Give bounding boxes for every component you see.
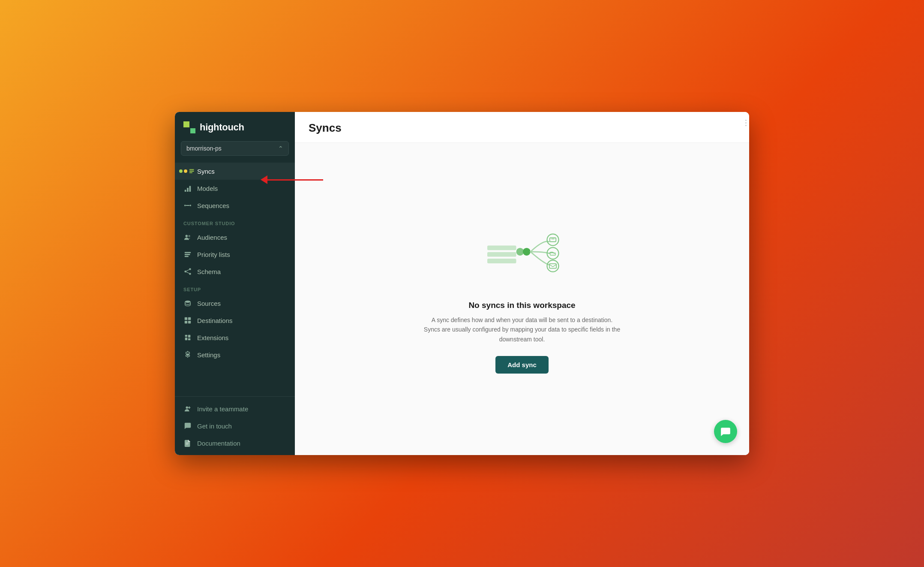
workspace-selector[interactable]: bmorrison-ps ⌃ bbox=[181, 141, 289, 156]
svg-point-8 bbox=[190, 205, 192, 206]
get-in-touch-icon bbox=[183, 422, 192, 430]
setup-section-label: SETUP bbox=[175, 280, 295, 295]
svg-point-43 bbox=[547, 260, 559, 272]
page-title: Syncs bbox=[309, 121, 735, 135]
svg-rect-0 bbox=[189, 169, 194, 170]
sidebar-item-extensions[interactable]: Extensions bbox=[175, 329, 295, 346]
sidebar-item-get-in-touch[interactable]: Get in touch bbox=[175, 417, 295, 434]
sidebar-item-schema[interactable]: Schema bbox=[175, 263, 295, 280]
workspace-chevron-icon: ⌃ bbox=[278, 145, 283, 152]
svg-rect-35 bbox=[487, 259, 516, 263]
svg-point-38 bbox=[547, 234, 559, 245]
svg-rect-3 bbox=[185, 190, 186, 192]
models-icon bbox=[183, 184, 192, 193]
svg-point-16 bbox=[189, 273, 191, 275]
destinations-label: Destinations bbox=[197, 317, 233, 324]
audiences-icon bbox=[183, 233, 192, 241]
svg-rect-23 bbox=[188, 321, 191, 323]
chat-button-icon bbox=[720, 426, 731, 437]
svg-rect-33 bbox=[487, 245, 516, 250]
get-in-touch-label: Get in touch bbox=[197, 422, 232, 430]
destinations-icon bbox=[183, 316, 192, 325]
arrow-line bbox=[267, 179, 323, 181]
arrow-annotation bbox=[261, 175, 323, 184]
main-content-area: Syncs bbox=[295, 112, 749, 455]
svg-rect-13 bbox=[185, 256, 189, 257]
svg-line-18 bbox=[186, 272, 189, 274]
svg-rect-24 bbox=[185, 335, 187, 337]
extensions-icon bbox=[183, 333, 192, 342]
add-sync-button[interactable]: Add sync bbox=[495, 356, 549, 374]
sequences-label: Sequences bbox=[197, 202, 229, 209]
sidebar-item-sources[interactable]: Sources bbox=[175, 295, 295, 312]
audiences-label: Audiences bbox=[197, 234, 227, 241]
svg-rect-25 bbox=[185, 338, 187, 340]
sidebar-item-destinations[interactable]: Destinations bbox=[175, 312, 295, 329]
logo: hightouch bbox=[175, 112, 295, 141]
sidebar-item-invite-teammate[interactable]: Invite a teammate bbox=[175, 400, 295, 417]
invite-icon bbox=[183, 404, 192, 413]
svg-point-14 bbox=[184, 271, 186, 273]
svg-line-17 bbox=[186, 270, 189, 271]
sidebar: hightouch bmorrison-ps ⌃ bbox=[175, 112, 295, 455]
svg-rect-2 bbox=[189, 172, 192, 173]
svg-rect-32 bbox=[186, 444, 188, 444]
workspace-name: bmorrison-ps bbox=[186, 145, 222, 152]
svg-rect-27 bbox=[188, 338, 190, 341]
sidebar-item-priority-lists[interactable]: Priority lists bbox=[175, 246, 295, 263]
settings-label: Settings bbox=[197, 351, 220, 359]
sources-icon bbox=[183, 299, 192, 308]
svg-rect-39 bbox=[550, 238, 556, 241]
extensions-label: Extensions bbox=[197, 334, 228, 341]
docs-icon bbox=[183, 439, 192, 447]
arrow-head bbox=[261, 175, 267, 184]
svg-rect-34 bbox=[487, 252, 516, 257]
nav-section: Syncs Models bbox=[175, 163, 295, 396]
sidebar-item-documentation[interactable]: Documentation bbox=[175, 434, 295, 452]
sidebar-item-settings[interactable]: Settings bbox=[175, 346, 295, 363]
svg-point-9 bbox=[186, 235, 188, 237]
sidebar-item-audiences[interactable]: Audiences bbox=[175, 229, 295, 246]
empty-illustration bbox=[483, 224, 561, 289]
svg-rect-7 bbox=[186, 205, 190, 206]
app-window: hightouch bmorrison-ps ⌃ bbox=[175, 112, 749, 455]
svg-point-19 bbox=[185, 301, 191, 303]
chat-button[interactable] bbox=[714, 420, 737, 443]
logo-icon bbox=[183, 121, 195, 133]
svg-rect-21 bbox=[188, 317, 191, 320]
empty-state-title: No syncs in this workspace bbox=[423, 301, 621, 310]
invite-teammate-label: Invite a teammate bbox=[197, 405, 248, 413]
sources-label: Sources bbox=[197, 300, 221, 307]
main-content: No syncs in this workspace A sync define… bbox=[295, 143, 749, 455]
svg-rect-11 bbox=[185, 252, 191, 253]
svg-rect-5 bbox=[189, 186, 191, 192]
svg-point-6 bbox=[184, 205, 186, 206]
empty-state: No syncs in this workspace A sync define… bbox=[423, 224, 621, 374]
sidebar-bottom: Invite a teammate Get in touch bbox=[175, 396, 295, 455]
priority-lists-label: Priority lists bbox=[197, 251, 230, 258]
resize-handle[interactable] bbox=[742, 112, 749, 129]
sequences-icon bbox=[183, 201, 192, 210]
schema-icon bbox=[183, 267, 192, 276]
svg-rect-22 bbox=[185, 321, 187, 323]
svg-point-28 bbox=[186, 407, 188, 409]
logo-text: hightouch bbox=[200, 122, 244, 133]
svg-rect-20 bbox=[185, 317, 187, 320]
customer-studio-section-label: CUSTOMER STUDIO bbox=[175, 214, 295, 229]
svg-rect-12 bbox=[185, 254, 190, 255]
priority-lists-icon bbox=[183, 250, 192, 259]
svg-point-10 bbox=[188, 235, 190, 237]
schema-label: Schema bbox=[197, 268, 221, 275]
syncs-label: Syncs bbox=[197, 168, 215, 175]
sidebar-item-sequences[interactable]: Sequences bbox=[175, 197, 295, 214]
svg-rect-26 bbox=[188, 335, 190, 338]
settings-icon bbox=[183, 350, 192, 359]
models-label: Models bbox=[197, 185, 218, 192]
svg-point-37 bbox=[523, 248, 531, 256]
syncs-icon bbox=[183, 167, 192, 175]
main-header: Syncs bbox=[295, 112, 749, 143]
svg-rect-44 bbox=[549, 264, 556, 268]
empty-state-description: A sync defines how and when your data wi… bbox=[423, 315, 621, 344]
svg-rect-1 bbox=[189, 171, 194, 172]
documentation-label: Documentation bbox=[197, 440, 240, 447]
